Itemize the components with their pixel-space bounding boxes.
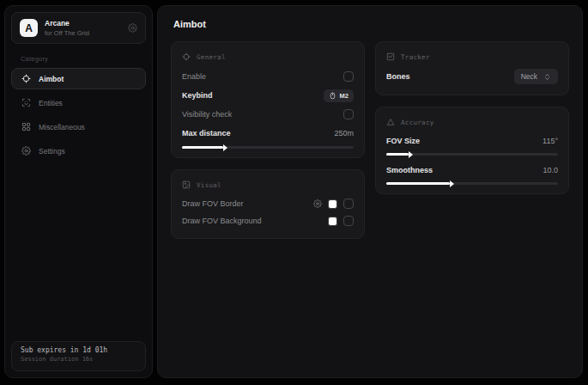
sidebar-item-label: Settings [39,147,65,156]
keybind-value: M2 [340,92,349,100]
chevrons-up-down-icon [543,73,551,81]
app-name: Arcane [45,19,89,28]
sidebar: A Arcane for Off The Grid Category Aimbo… [4,5,153,378]
visibility-check-row: Visibility check [182,105,354,124]
fov-border-color-swatch[interactable] [328,199,337,209]
card-title: Visual [197,181,221,189]
fov-border-controls [313,199,354,209]
triangle-icon [386,118,395,126]
fov-background-color-swatch[interactable] [328,217,337,226]
sidebar-nav: Aimbot Entities Miscellaneous Settings [5,68,152,162]
crosshair-icon [182,52,191,61]
fov-border-checkbox[interactable] [343,199,354,209]
fov-size-slider-fill[interactable] [386,153,409,156]
smoothness-slider[interactable] [386,182,558,185]
max-distance-slider[interactable] [182,146,354,149]
max-distance-row: Max distance 250m [182,124,354,143]
main-panel: Aimbot General Enable Keybind [157,5,583,378]
bones-label: Bones [386,72,410,81]
gear-icon [21,146,31,156]
brand-card: A Arcane for Off The Grid [11,12,146,44]
keybind-row: Keybind M2 [182,86,354,105]
sidebar-item-settings[interactable]: Settings [11,140,146,162]
card-general-header: General [182,50,354,64]
sidebar-item-aimbot[interactable]: Aimbot [11,68,146,89]
card-visual-header: Visual [182,178,354,192]
fov-size-slider[interactable] [386,153,558,156]
max-distance-value: 250m [334,129,354,138]
fov-background-checkbox[interactable] [343,216,354,226]
grid-icon [21,122,31,131]
max-distance-label: Max distance [182,129,231,138]
bones-row: Bones Neck [386,67,558,86]
smoothness-block: Smoothness 10.0 [386,162,558,185]
card-columns: General Enable Keybind M2 V [171,41,569,239]
smoothness-row: Smoothness 10.0 [386,162,558,179]
sidebar-item-label: Entities [39,99,63,107]
smoothness-label: Smoothness [386,166,433,174]
visibility-check-label: Visibility check [182,110,232,119]
fov-size-block: FOV Size 115° [386,132,558,156]
fov-size-value: 115° [543,137,558,145]
bones-select[interactable]: Neck [514,69,558,84]
card-title: Accuracy [401,119,434,126]
keybind-label: Keybind [182,91,213,100]
smoothness-value: 10.0 [543,166,558,174]
gear-icon[interactable] [128,23,137,33]
left-column: General Enable Keybind M2 V [171,41,365,239]
sub-expires-text: Sub expires in 1d 01h [21,346,136,354]
image-icon [182,180,191,189]
mouse-icon [329,92,336,100]
card-accuracy-header: Accuracy [386,115,558,129]
sidebar-item-miscellaneous[interactable]: Miscellaneous [11,116,146,138]
sidebar-item-label: Aimbot [39,75,64,83]
card-title: General [197,53,226,61]
fov-size-label: FOV Size [386,137,420,145]
gear-icon[interactable] [313,199,322,208]
page-title: Aimbot [173,19,569,29]
sidebar-item-entities[interactable]: Entities [11,92,146,113]
fov-size-row: FOV Size 115° [386,132,558,150]
app-logo: A [20,19,38,37]
enable-row: Enable [182,67,354,86]
card-tracker-header: Tracker [386,50,558,64]
session-duration-text: Session duration 16s [21,356,136,363]
crosshair-icon [21,74,31,83]
enable-label: Enable [182,72,206,81]
fov-background-label: Draw FOV Background [182,217,262,225]
sidebar-item-label: Miscellaneous [39,123,85,131]
bones-selected-value: Neck [521,72,537,81]
fov-background-controls [328,216,354,226]
activity-icon [386,52,395,61]
max-distance-slider-fill[interactable] [182,146,223,149]
fov-border-label: Draw FOV Border [182,199,244,208]
enable-checkbox[interactable] [343,71,354,82]
card-accuracy: Accuracy FOV Size 115° Smoothness 10.0 [375,107,569,194]
card-tracker: Tracker Bones Neck [375,41,569,95]
card-general: General Enable Keybind M2 V [171,41,365,158]
right-column: Tracker Bones Neck [375,41,569,239]
scan-face-icon [21,98,31,107]
session-card: Sub expires in 1d 01h Session duration 1… [11,341,146,371]
smoothness-slider-fill[interactable] [386,182,450,185]
card-title: Tracker [401,53,430,61]
brand-text: Arcane for Off The Grid [45,19,89,36]
fov-background-row: Draw FOV Background [182,212,354,229]
visibility-check-checkbox[interactable] [343,109,354,119]
card-visual: Visual Draw FOV Border Draw FOV Backgrou… [171,169,365,239]
category-label: Category [21,55,152,63]
fov-border-row: Draw FOV Border [182,195,354,212]
keybind-badge[interactable]: M2 [324,89,354,102]
app-subtitle: for Off The Grid [45,29,89,37]
